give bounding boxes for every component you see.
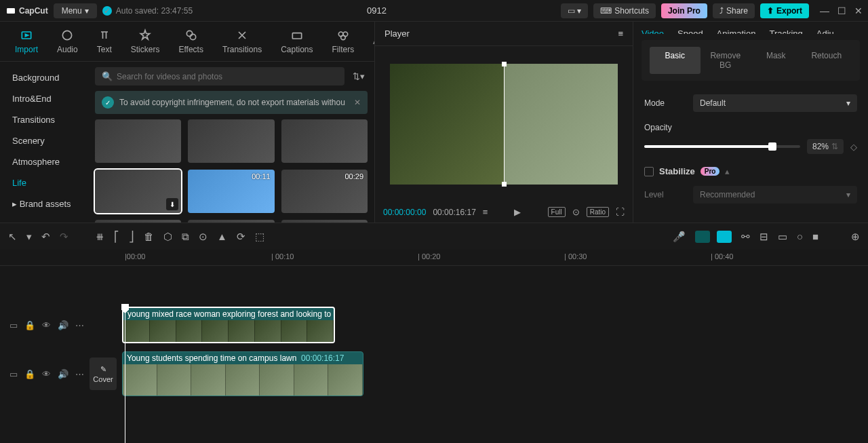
media-thumb[interactable]: [95, 119, 181, 163]
track-lock-icon[interactable]: 🔒: [24, 369, 35, 379]
subtab-mask[interactable]: Mask: [751, 47, 802, 74]
tab-audio[interactable]: Audio: [47, 24, 87, 58]
svg-point-8: [341, 35, 346, 40]
undo-icon[interactable]: ↶: [41, 231, 50, 243]
delete-icon[interactable]: 🗑: [144, 231, 154, 242]
tab-effects[interactable]: Effects: [169, 24, 212, 58]
subtab-removebg[interactable]: Remove BG: [701, 47, 751, 74]
player-canvas[interactable]: [390, 64, 618, 185]
tab-import[interactable]: Import: [5, 24, 47, 58]
align-icon[interactable]: ⊟: [760, 231, 768, 243]
filter-button[interactable]: ⇅▾: [350, 67, 368, 85]
clip-forest[interactable]: young mixed race woman exploring forest …: [122, 307, 335, 343]
track-visible-icon[interactable]: 👁: [42, 320, 51, 330]
media-thumb[interactable]: ⬇: [95, 170, 181, 213]
zoom-out-icon[interactable]: ○: [797, 231, 803, 242]
redo-icon[interactable]: ↷: [60, 231, 68, 243]
track-mute-icon[interactable]: 🔊: [58, 320, 68, 330]
join-pro-button[interactable]: Join Pro: [661, 3, 707, 18]
tab-stickers[interactable]: Stickers: [121, 24, 170, 58]
check-icon: ✓: [102, 6, 112, 16]
cover-button[interactable]: ✎Cover: [90, 358, 117, 390]
media-thumb[interactable]: 00:12: [95, 220, 181, 223]
tab-captions[interactable]: Captions: [271, 24, 322, 58]
shortcuts-button[interactable]: ⌨ Shortcuts: [593, 3, 656, 18]
full-button[interactable]: Full: [548, 207, 566, 217]
menu-button[interactable]: Menu ▾: [54, 3, 97, 18]
rotate-icon[interactable]: ⟳: [237, 231, 245, 243]
sidebar-item-transitions[interactable]: Transitions: [0, 109, 88, 130]
check-icon: ✓: [102, 96, 114, 109]
speed-icon[interactable]: ⊙: [199, 231, 208, 243]
zoom-in-icon[interactable]: ⊕: [851, 231, 860, 243]
ratio-button[interactable]: Ratio: [587, 207, 609, 217]
opacity-value[interactable]: 82%⇅: [807, 139, 844, 154]
mirror-icon[interactable]: ▲: [217, 231, 227, 242]
list-icon[interactable]: ≡: [483, 207, 488, 217]
mic-icon[interactable]: 🎤: [673, 231, 686, 243]
close-icon[interactable]: ✕: [854, 5, 863, 16]
player-menu-icon[interactable]: ≡: [618, 28, 623, 39]
time-total: 00:00:16:17: [433, 208, 475, 217]
media-thumb[interactable]: 00:20: [281, 220, 368, 223]
media-thumb[interactable]: [188, 119, 274, 163]
preview-icon[interactable]: ▭: [778, 231, 787, 243]
shield-icon[interactable]: ⬡: [163, 231, 172, 243]
timeline-ruler[interactable]: |00:00 | 00:10 | 00:20 | 00:30 | 00:40: [0, 250, 868, 266]
stabilize-checkbox[interactable]: [644, 167, 654, 176]
sidebar-item-background[interactable]: Background: [0, 67, 88, 88]
copyright-banner: ✓ To avoid copyright infringement, do no…: [95, 91, 368, 114]
media-thumb[interactable]: [281, 119, 368, 163]
track-lock-icon[interactable]: 🔒: [24, 320, 35, 330]
download-icon[interactable]: ⬇: [166, 198, 178, 210]
sidebar-item-introend[interactable]: Intro&End: [0, 88, 88, 109]
mode-select[interactable]: Default▾: [693, 94, 857, 112]
track-expand-icon[interactable]: ▭: [9, 320, 18, 330]
sidebar-item-brand[interactable]: ▸ Brand assets: [0, 193, 88, 214]
snap-toggle[interactable]: [717, 231, 732, 243]
tab-transitions[interactable]: Transitions: [213, 24, 271, 58]
opacity-slider[interactable]: [644, 145, 800, 148]
track-more-icon[interactable]: ⋯: [75, 320, 84, 330]
fullscreen-icon[interactable]: ⛶: [616, 207, 625, 217]
zoom-slider-icon[interactable]: ■: [812, 231, 818, 242]
copy-icon[interactable]: ⧉: [182, 231, 189, 243]
sidebar-item-atmosphere[interactable]: Atmosphere: [0, 151, 88, 172]
media-thumb[interactable]: 00:11: [188, 220, 274, 223]
pointer-icon[interactable]: ↖: [8, 231, 17, 243]
sidebar-item-life[interactable]: Life: [0, 172, 88, 193]
pointer-dropdown-icon[interactable]: ▾: [26, 231, 32, 243]
subtab-basic[interactable]: Basic: [650, 47, 701, 74]
tab-filters[interactable]: Filters: [323, 24, 364, 58]
export-button[interactable]: ⬆ Export: [760, 3, 809, 18]
svg-point-4: [190, 34, 195, 39]
search-input[interactable]: 🔍: [95, 67, 344, 85]
share-button[interactable]: ⤴ Share: [713, 3, 755, 18]
crop-icon[interactable]: ⬚: [255, 231, 264, 243]
play-icon[interactable]: ▶: [514, 207, 521, 217]
subtab-retouch[interactable]: Retouch: [802, 47, 852, 74]
track-visible-icon[interactable]: 👁: [42, 369, 51, 379]
trim-left-icon[interactable]: ⎡: [114, 231, 119, 243]
track-mute-icon[interactable]: 🔊: [58, 369, 68, 379]
playhead[interactable]: [125, 304, 125, 443]
minimize-icon[interactable]: —: [820, 5, 829, 16]
aspect-button[interactable]: ▭ ▾: [561, 3, 588, 18]
track-more-icon[interactable]: ⋯: [75, 369, 84, 379]
trim-right-icon[interactable]: ⎦: [129, 231, 134, 243]
link-icon[interactable]: ⚯: [741, 231, 750, 243]
tab-text[interactable]: Text: [87, 24, 121, 58]
banner-close-icon[interactable]: ✕: [354, 98, 361, 107]
maximize-icon[interactable]: ☐: [837, 5, 846, 16]
zoom-icon[interactable]: ⊙: [572, 207, 580, 217]
app-logo: CapCut: [5, 5, 48, 16]
track-expand-icon[interactable]: ▭: [9, 369, 18, 379]
split-divider[interactable]: [504, 64, 505, 185]
magnet-toggle[interactable]: [695, 231, 710, 243]
media-thumb[interactable]: 00:11: [188, 170, 274, 213]
clip-campus[interactable]: Young students spending time on campus l…: [122, 351, 363, 396]
sidebar-item-scenery[interactable]: Scenery: [0, 130, 88, 151]
reset-icon[interactable]: ◇: [850, 142, 857, 152]
media-thumb[interactable]: 00:29: [281, 170, 368, 213]
split-icon[interactable]: ⧻: [96, 231, 104, 243]
